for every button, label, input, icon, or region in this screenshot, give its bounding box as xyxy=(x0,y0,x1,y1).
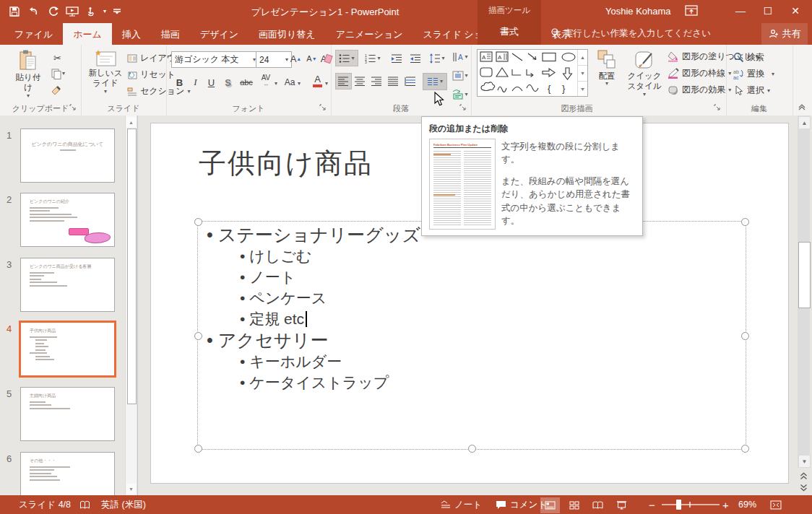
language-indicator[interactable]: 英語 (米国) xyxy=(101,495,146,514)
italic-button[interactable]: I xyxy=(189,75,202,90)
vertical-scrollbar[interactable]: ▲ ▼ xyxy=(798,116,810,495)
reading-view-button[interactable] xyxy=(588,497,608,513)
decrease-indent-icon[interactable] xyxy=(389,51,405,66)
thumbnail-slide-2[interactable]: ピンクのワニの紹介 xyxy=(20,193,115,247)
increase-indent-icon[interactable] xyxy=(407,51,423,66)
panel-scrollbar-thumb[interactable] xyxy=(127,128,137,404)
zoom-level[interactable]: 69% xyxy=(738,495,756,514)
character-spacing-button[interactable]: AV↔ xyxy=(259,74,273,88)
shape-gallery[interactable]: A A xyxy=(477,49,588,97)
comments-button[interactable]: コメント xyxy=(496,495,547,514)
panel-scroll-up-icon[interactable]: ▲ xyxy=(126,117,136,127)
tab-animations[interactable]: アニメーション xyxy=(326,23,413,45)
shape-gallery-scrollbar[interactable]: ▲ ▼ —▼ xyxy=(577,50,587,96)
select-button[interactable]: 選択▾ xyxy=(733,84,770,97)
touch-mouse-mode-icon[interactable] xyxy=(85,3,97,20)
spellcheck-book-icon[interactable] xyxy=(79,495,90,514)
scroll-down-icon[interactable]: ▼ xyxy=(798,455,811,468)
arrange-button[interactable]: 配置 ▾ xyxy=(591,49,623,87)
close-icon[interactable]: ✕ xyxy=(782,0,809,22)
previous-slide-button[interactable] xyxy=(798,471,809,482)
maximize-icon[interactable]: ☐ xyxy=(754,0,782,22)
copy-icon[interactable]: ▾ xyxy=(51,68,65,79)
shape-effects-button[interactable]: 図形の効果▾ xyxy=(668,84,731,96)
tell-me-box[interactable]: 実行したい作業を入力してください xyxy=(550,27,711,40)
thumbnail-slide-3[interactable]: ピンクのワニ商品が受ける客層 xyxy=(20,258,115,312)
resize-handle-top-left[interactable] xyxy=(194,218,202,226)
zoom-in-button[interactable]: + xyxy=(722,495,729,514)
zoom-slider-thumb[interactable] xyxy=(676,500,681,510)
thumbnail-slide-4-selected[interactable]: 子供向け商品 xyxy=(19,321,116,378)
cut-icon[interactable]: ✂ xyxy=(51,51,64,65)
share-button[interactable]: 共有 xyxy=(761,23,808,45)
clipboard-dialog-launcher-icon[interactable] xyxy=(69,104,78,113)
normal-view-button[interactable] xyxy=(540,497,560,513)
shapes-scroll-up-icon[interactable]: ▲ xyxy=(578,50,587,65)
bullets-button[interactable]: ▾ xyxy=(336,51,358,66)
shapes-more-icon[interactable]: —▼ xyxy=(578,81,587,96)
line-spacing-button[interactable]: ▾ xyxy=(426,51,448,66)
shape-outline-button[interactable]: 図形の枠線▾ xyxy=(668,67,731,79)
slideshow-view-button[interactable] xyxy=(612,497,631,513)
zoom-slider-track[interactable] xyxy=(662,504,720,505)
panel-scroll-down-icon[interactable]: ▼ xyxy=(126,484,136,494)
save-icon[interactable] xyxy=(9,3,20,20)
zoom-out-button[interactable]: − xyxy=(649,495,655,514)
content-placeholder-selection[interactable]: • ステーショナリーグッズ • けしごむ • ノート • ペンケース • 定規 … xyxy=(197,221,746,450)
format-painter-icon[interactable] xyxy=(51,84,62,96)
paste-button[interactable]: 貼り付け ▾ xyxy=(12,49,45,99)
scrollbar-thumb[interactable] xyxy=(798,242,811,308)
font-color-button[interactable]: A xyxy=(311,74,324,88)
slide-indicator[interactable]: スライド 4/8 xyxy=(19,495,71,514)
notes-button[interactable]: ノート xyxy=(441,495,482,514)
thumbnail-panel-scrollbar[interactable]: ▲ ▼ xyxy=(125,116,137,495)
touch-mode-dropdown-icon[interactable]: ▾ xyxy=(103,9,106,14)
font-name-combo[interactable]: 游ゴシック 本文 ▾ xyxy=(171,51,259,68)
resize-handle-mid-left[interactable] xyxy=(194,332,202,340)
slide-body-text[interactable]: • ステーショナリーグッズ • けしごむ • ノート • ペンケース • 定規 … xyxy=(207,224,420,393)
columns-button[interactable]: ▾ xyxy=(423,74,446,90)
tab-home[interactable]: ホーム xyxy=(63,23,112,45)
grow-font-icon[interactable]: A▲ xyxy=(289,51,303,66)
resize-handle-bottom-left[interactable] xyxy=(194,445,202,453)
next-slide-button[interactable] xyxy=(798,482,809,493)
collapse-ribbon-icon[interactable] xyxy=(798,104,806,111)
resize-handle-mid-right[interactable] xyxy=(741,332,749,340)
resize-handle-bottom-center[interactable] xyxy=(468,445,476,453)
ribbon-display-options-icon[interactable] xyxy=(685,5,698,17)
tab-draw[interactable]: 描画 xyxy=(151,23,190,45)
shapes-scroll-down-icon[interactable]: ▼ xyxy=(578,65,587,81)
thumbnail-slide-5[interactable]: 主婦向け商品 xyxy=(20,387,115,441)
char-spacing-dropdown-icon[interactable]: ▾ xyxy=(275,81,277,87)
tab-format[interactable]: 書式 xyxy=(478,25,541,38)
change-case-button[interactable]: Aa xyxy=(282,75,298,90)
slide-sorter-view-button[interactable] xyxy=(564,497,584,513)
tab-insert[interactable]: 挿入 xyxy=(112,23,151,45)
quick-styles-button[interactable]: クイック スタイル ▾ xyxy=(624,49,665,97)
start-slideshow-icon[interactable] xyxy=(66,3,79,20)
fit-to-window-icon[interactable] xyxy=(770,495,782,514)
justify-icon[interactable] xyxy=(386,74,401,89)
change-case-dropdown-icon[interactable]: ▾ xyxy=(298,81,301,87)
resize-handle-top-right[interactable] xyxy=(741,218,749,226)
convert-smartart-button[interactable]: ▾ xyxy=(450,87,470,103)
paragraph-dialog-launcher-icon[interactable] xyxy=(459,104,468,113)
slide-title[interactable]: 子供向け商品 xyxy=(199,145,373,182)
align-right-icon[interactable] xyxy=(369,74,384,89)
text-direction-button[interactable]: A▾ xyxy=(450,49,470,65)
tab-file[interactable]: ファイル xyxy=(4,23,63,45)
numbering-button[interactable]: 123▾ xyxy=(362,51,384,66)
customize-qat-icon[interactable] xyxy=(113,3,121,20)
font-color-dropdown-icon[interactable]: ▾ xyxy=(325,81,328,87)
font-dialog-launcher-icon[interactable] xyxy=(319,104,328,113)
tab-transitions[interactable]: 画面切り替え xyxy=(249,23,326,45)
underline-button[interactable]: U xyxy=(204,75,218,90)
align-left-icon[interactable] xyxy=(336,74,351,89)
redo-icon[interactable] xyxy=(48,3,59,20)
bold-button[interactable]: B xyxy=(173,75,186,90)
minimize-icon[interactable]: — xyxy=(727,0,754,22)
drawing-dialog-launcher-icon[interactable] xyxy=(714,104,722,113)
distribute-text-icon[interactable] xyxy=(402,74,419,89)
undo-icon[interactable] xyxy=(27,3,41,20)
new-slide-button[interactable]: 新しいスライド ▾ xyxy=(87,49,124,95)
